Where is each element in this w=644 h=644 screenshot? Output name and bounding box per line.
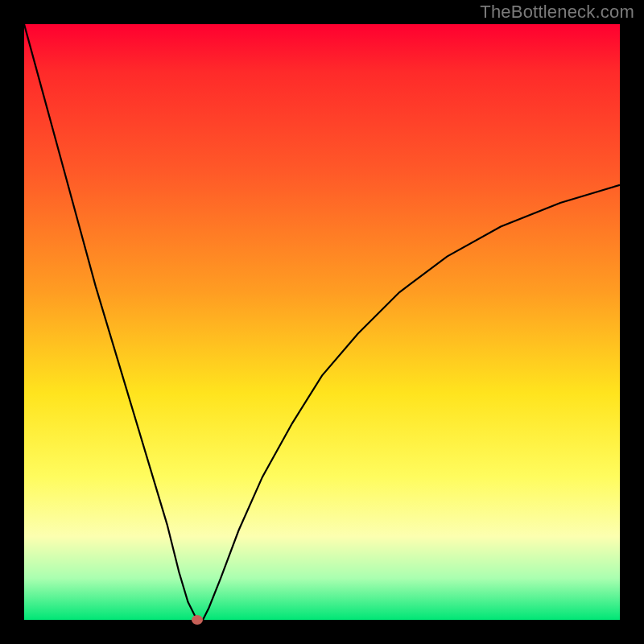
chart-frame: TheBottleneck.com (0, 0, 644, 644)
curve-path (24, 24, 620, 620)
bottleneck-curve (24, 24, 620, 620)
watermark-text: TheBottleneck.com (480, 2, 634, 23)
plot-area (24, 24, 620, 620)
optimum-marker (192, 615, 203, 625)
